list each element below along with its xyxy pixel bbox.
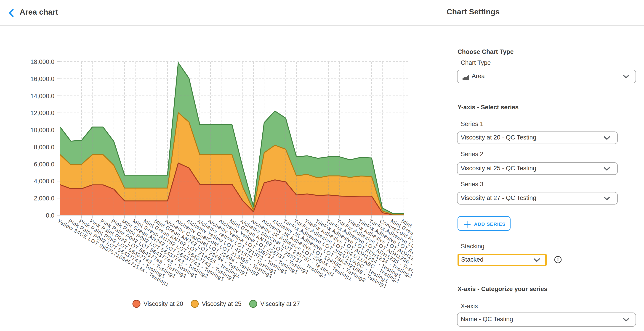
svg-text:14,000.0: 14,000.0	[30, 93, 54, 99]
svg-text:Viscosity at 20: Viscosity at 20	[144, 301, 183, 307]
svg-text:Viscosity at 25: Viscosity at 25	[202, 301, 242, 307]
svg-text:2,000.0: 2,000.0	[34, 195, 54, 202]
svg-text:18,000.0: 18,000.0	[30, 58, 54, 65]
svg-text:10,000.0: 10,000.0	[30, 127, 54, 134]
svg-text:4,000.0: 4,000.0	[34, 178, 54, 185]
svg-text:12,000.0: 12,000.0	[30, 110, 54, 116]
svg-text:8,000.0: 8,000.0	[34, 144, 54, 151]
svg-text:16,000.0: 16,000.0	[30, 75, 54, 82]
svg-text:Viscosity at 27: Viscosity at 27	[260, 301, 300, 307]
svg-text:6,000.0: 6,000.0	[34, 161, 54, 168]
svg-text:0.0: 0.0	[46, 212, 54, 219]
